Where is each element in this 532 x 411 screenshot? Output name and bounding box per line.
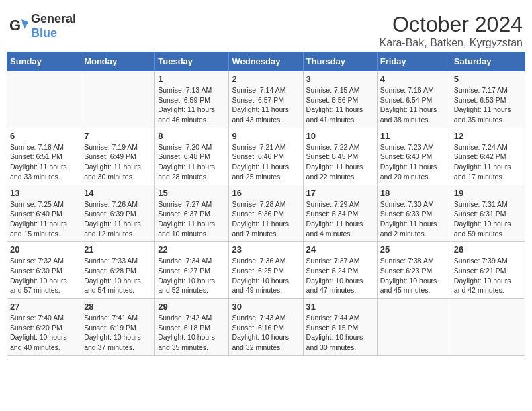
calendar-cell: 19Sunrise: 7:31 AM Sunset: 6:31 PM Dayli…: [451, 185, 525, 242]
logo-general: General: [31, 12, 76, 26]
day-number: 3: [306, 74, 374, 84]
weekday-header: Sunday: [7, 52, 81, 71]
day-info: Sunrise: 7:15 AM Sunset: 6:56 PM Dayligh…: [306, 85, 374, 125]
day-number: 26: [454, 244, 522, 255]
calendar-cell: 29Sunrise: 7:42 AM Sunset: 6:18 PM Dayli…: [155, 299, 229, 356]
calendar-table: SundayMondayTuesdayWednesdayThursdayFrid…: [7, 52, 525, 356]
month-title: October 2024: [380, 12, 523, 37]
day-info: Sunrise: 7:28 AM Sunset: 6:36 PM Dayligh…: [232, 199, 300, 239]
calendar-cell: 17Sunrise: 7:29 AM Sunset: 6:34 PM Dayli…: [303, 185, 377, 242]
day-info: Sunrise: 7:32 AM Sunset: 6:30 PM Dayligh…: [10, 256, 78, 295]
day-number: 4: [380, 74, 448, 84]
day-number: 13: [10, 188, 78, 198]
calendar-cell: 24Sunrise: 7:37 AM Sunset: 6:24 PM Dayli…: [303, 242, 377, 299]
day-number: 14: [84, 188, 152, 198]
calendar-cell: 4Sunrise: 7:16 AM Sunset: 6:54 PM Daylig…: [377, 71, 451, 128]
day-number: 18: [380, 188, 448, 198]
day-info: Sunrise: 7:20 AM Sunset: 6:48 PM Dayligh…: [158, 142, 226, 182]
day-number: 6: [10, 131, 78, 141]
calendar-week-row: 20Sunrise: 7:32 AM Sunset: 6:30 PM Dayli…: [7, 242, 525, 299]
day-info: Sunrise: 7:13 AM Sunset: 6:59 PM Dayligh…: [158, 85, 226, 125]
day-info: Sunrise: 7:30 AM Sunset: 6:33 PM Dayligh…: [380, 199, 448, 239]
day-number: 1: [158, 74, 226, 84]
day-info: Sunrise: 7:22 AM Sunset: 6:45 PM Dayligh…: [306, 142, 374, 182]
day-info: Sunrise: 7:34 AM Sunset: 6:27 PM Dayligh…: [158, 256, 226, 295]
day-number: 15: [158, 188, 226, 198]
calendar-cell: 30Sunrise: 7:43 AM Sunset: 6:16 PM Dayli…: [229, 299, 303, 356]
day-number: 29: [158, 302, 226, 312]
calendar-cell: 27Sunrise: 7:40 AM Sunset: 6:20 PM Dayli…: [7, 299, 81, 356]
page-header: G General Blue October 2024 Kara-Bak, Ba…: [7, 7, 525, 52]
calendar-cell: 5Sunrise: 7:17 AM Sunset: 6:53 PM Daylig…: [451, 71, 525, 128]
day-number: 12: [454, 131, 522, 141]
day-info: Sunrise: 7:29 AM Sunset: 6:34 PM Dayligh…: [306, 199, 374, 239]
day-number: 17: [306, 188, 374, 198]
calendar-body: 1Sunrise: 7:13 AM Sunset: 6:59 PM Daylig…: [7, 71, 525, 356]
day-info: Sunrise: 7:18 AM Sunset: 6:51 PM Dayligh…: [10, 142, 78, 182]
svg-text:G: G: [9, 17, 21, 34]
calendar-cell: [377, 299, 451, 356]
calendar-cell: 2Sunrise: 7:14 AM Sunset: 6:57 PM Daylig…: [229, 71, 303, 128]
day-info: Sunrise: 7:33 AM Sunset: 6:28 PM Dayligh…: [84, 256, 152, 295]
day-number: 24: [306, 244, 374, 255]
day-info: Sunrise: 7:44 AM Sunset: 6:15 PM Dayligh…: [306, 313, 374, 353]
calendar-cell: [7, 71, 81, 128]
calendar-cell: 22Sunrise: 7:34 AM Sunset: 6:27 PM Dayli…: [155, 242, 229, 299]
calendar-cell: 13Sunrise: 7:25 AM Sunset: 6:40 PM Dayli…: [7, 185, 81, 242]
logo-blue: Blue: [31, 26, 57, 40]
day-info: Sunrise: 7:14 AM Sunset: 6:57 PM Dayligh…: [232, 85, 300, 125]
weekday-header: Friday: [377, 52, 451, 71]
day-number: 9: [232, 131, 300, 141]
day-number: 23: [232, 244, 300, 255]
day-number: 28: [84, 302, 152, 312]
day-info: Sunrise: 7:27 AM Sunset: 6:37 PM Dayligh…: [158, 199, 226, 239]
weekday-header: Thursday: [303, 52, 377, 71]
calendar-cell: 31Sunrise: 7:44 AM Sunset: 6:15 PM Dayli…: [303, 299, 377, 356]
calendar-cell: 14Sunrise: 7:26 AM Sunset: 6:39 PM Dayli…: [81, 185, 155, 242]
calendar-cell: 15Sunrise: 7:27 AM Sunset: 6:37 PM Dayli…: [155, 185, 229, 242]
calendar-cell: 12Sunrise: 7:24 AM Sunset: 6:42 PM Dayli…: [451, 128, 525, 185]
day-number: 25: [380, 244, 448, 255]
calendar-cell: [81, 71, 155, 128]
day-info: Sunrise: 7:21 AM Sunset: 6:46 PM Dayligh…: [232, 142, 300, 182]
calendar-week-row: 1Sunrise: 7:13 AM Sunset: 6:59 PM Daylig…: [7, 71, 525, 128]
calendar-cell: 11Sunrise: 7:23 AM Sunset: 6:43 PM Dayli…: [377, 128, 451, 185]
day-info: Sunrise: 7:38 AM Sunset: 6:23 PM Dayligh…: [380, 256, 448, 295]
logo: G General Blue: [9, 12, 76, 40]
day-info: Sunrise: 7:36 AM Sunset: 6:25 PM Dayligh…: [232, 256, 300, 295]
day-number: 8: [158, 131, 226, 141]
day-number: 2: [232, 74, 300, 84]
day-info: Sunrise: 7:39 AM Sunset: 6:21 PM Dayligh…: [454, 256, 522, 295]
day-info: Sunrise: 7:17 AM Sunset: 6:53 PM Dayligh…: [454, 85, 522, 125]
day-info: Sunrise: 7:25 AM Sunset: 6:40 PM Dayligh…: [10, 199, 78, 239]
calendar-cell: 8Sunrise: 7:20 AM Sunset: 6:48 PM Daylig…: [155, 128, 229, 185]
calendar-cell: 23Sunrise: 7:36 AM Sunset: 6:25 PM Dayli…: [229, 242, 303, 299]
calendar-cell: 26Sunrise: 7:39 AM Sunset: 6:21 PM Dayli…: [451, 242, 525, 299]
day-number: 20: [10, 244, 78, 255]
calendar-cell: 18Sunrise: 7:30 AM Sunset: 6:33 PM Dayli…: [377, 185, 451, 242]
weekday-header: Saturday: [451, 52, 525, 71]
calendar-cell: 25Sunrise: 7:38 AM Sunset: 6:23 PM Dayli…: [377, 242, 451, 299]
day-number: 27: [10, 302, 78, 312]
logo-icon: G: [9, 17, 28, 36]
title-area: October 2024 Kara-Bak, Batken, Kyrgyzsta…: [380, 12, 523, 49]
calendar-header-row: SundayMondayTuesdayWednesdayThursdayFrid…: [7, 52, 525, 71]
day-number: 31: [306, 302, 374, 312]
calendar-cell: 7Sunrise: 7:19 AM Sunset: 6:49 PM Daylig…: [81, 128, 155, 185]
calendar-week-row: 6Sunrise: 7:18 AM Sunset: 6:51 PM Daylig…: [7, 128, 525, 185]
day-number: 10: [306, 131, 374, 141]
calendar-cell: 20Sunrise: 7:32 AM Sunset: 6:30 PM Dayli…: [7, 242, 81, 299]
day-number: 16: [232, 188, 300, 198]
day-info: Sunrise: 7:41 AM Sunset: 6:19 PM Dayligh…: [84, 313, 152, 353]
day-number: 22: [158, 244, 226, 255]
calendar-cell: 3Sunrise: 7:15 AM Sunset: 6:56 PM Daylig…: [303, 71, 377, 128]
day-info: Sunrise: 7:24 AM Sunset: 6:42 PM Dayligh…: [454, 142, 522, 182]
day-info: Sunrise: 7:19 AM Sunset: 6:49 PM Dayligh…: [84, 142, 152, 182]
calendar-cell: 6Sunrise: 7:18 AM Sunset: 6:51 PM Daylig…: [7, 128, 81, 185]
day-info: Sunrise: 7:16 AM Sunset: 6:54 PM Dayligh…: [380, 85, 448, 125]
day-info: Sunrise: 7:23 AM Sunset: 6:43 PM Dayligh…: [380, 142, 448, 182]
day-info: Sunrise: 7:43 AM Sunset: 6:16 PM Dayligh…: [232, 313, 300, 353]
day-info: Sunrise: 7:42 AM Sunset: 6:18 PM Dayligh…: [158, 313, 226, 353]
day-number: 19: [454, 188, 522, 198]
calendar-cell: 16Sunrise: 7:28 AM Sunset: 6:36 PM Dayli…: [229, 185, 303, 242]
